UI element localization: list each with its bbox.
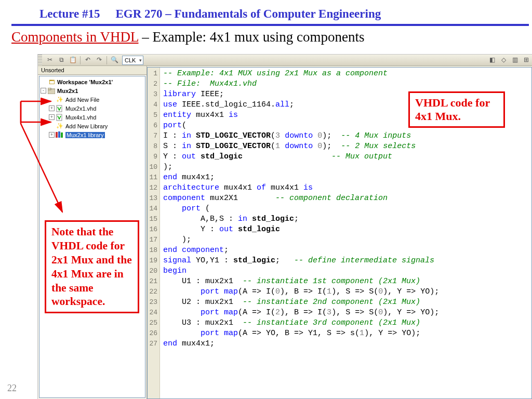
subtitle-topic: Components in VHDL: [11, 29, 139, 45]
svg-rect-5: [58, 131, 60, 138]
svg-rect-1: [48, 88, 51, 90]
svg-rect-6: [61, 132, 63, 138]
tree-label: Mux2x1.vhd: [65, 105, 96, 112]
find-icon[interactable]: 🔍: [110, 56, 119, 65]
toolbar-separator: [107, 56, 107, 64]
copy-icon[interactable]: ⧉: [57, 56, 66, 65]
undo-icon[interactable]: ↶: [83, 56, 92, 65]
wand-icon: ✨: [56, 96, 64, 103]
wand-icon: ✨: [56, 123, 64, 130]
tree-row[interactable]: -Mux2x1: [41, 86, 145, 95]
slide-header: Lecture #15EGR 270 – Fundamentals of Com…: [39, 7, 381, 21]
course-title: EGR 270 – Fundamentals of Computer Engin…: [115, 7, 381, 20]
line-number-gutter: 1 2 3 4 5 6 7 8 9 10 11 12 13 14 15 16 1…: [148, 68, 160, 398]
lecture-number: Lecture #15: [39, 7, 100, 20]
tree-label: Mux2x1 library: [65, 132, 105, 138]
sidebar-tab[interactable]: Unsorted: [38, 66, 147, 75]
tree-row[interactable]: 🗔Workspace 'Mux2x1': [41, 77, 145, 86]
tool-icon-a[interactable]: ◧: [487, 56, 497, 65]
tool-icon-c[interactable]: ▥: [510, 56, 520, 65]
tree-expander[interactable]: -: [41, 88, 46, 94]
tree-expander[interactable]: +: [49, 114, 55, 120]
page-number: 22: [7, 383, 17, 394]
ide-toolbar: ✂ ⧉ 📋 ↶ ↷ 🔍 CLK ◧ ◇ ▥ ⊞: [38, 55, 532, 66]
toolbar-separator: [80, 56, 81, 64]
callout-text: VHDL code for 4x1 Mux.: [415, 96, 490, 123]
tree-row[interactable]: +Mux4x1.vhd: [41, 113, 145, 122]
tool-icon-d[interactable]: ⊞: [522, 56, 531, 65]
tree-row[interactable]: ✨Add New Library: [41, 122, 145, 130]
tree-label: Mux4x1.vhd: [65, 114, 96, 121]
project-icon: [47, 87, 56, 95]
workspace-icon: 🗔: [47, 78, 56, 86]
sidebar-tab-label: Unsorted: [41, 67, 64, 73]
toolbar-grip: [38, 55, 42, 65]
tree-expander[interactable]: +: [49, 105, 55, 111]
vhdl-file-icon: [56, 105, 64, 112]
svg-rect-4: [56, 132, 58, 138]
signal-combo-value: CLK: [125, 57, 136, 63]
tree-label: Add New Library: [65, 123, 108, 129]
tree-label: Workspace 'Mux2x1': [57, 79, 113, 85]
tree-label: Add New File: [65, 97, 99, 103]
tree-row[interactable]: +Mux2x1.vhd: [41, 104, 145, 113]
paste-icon[interactable]: 📋: [68, 56, 77, 65]
tree-label: Mux2x1: [57, 88, 78, 94]
callout-workspace-note: Note that the VHDL code for 2x1 Mux and …: [45, 220, 139, 313]
tree-row[interactable]: ✨Add New File: [41, 95, 145, 104]
slide-subtitle: Components in VHDL – Example: 4x1 mux us…: [11, 29, 364, 45]
tree-row[interactable]: +Mux2x1 library: [41, 130, 145, 139]
callout-text: Note that the VHDL code for 2x1 Mux and …: [51, 225, 132, 308]
vhdl-file-icon: [56, 114, 64, 121]
header-rule: [11, 24, 529, 26]
callout-vhdl-code: VHDL code for 4x1 Mux.: [408, 91, 505, 128]
library-icon: [56, 131, 64, 139]
tree-expander[interactable]: +: [49, 132, 55, 138]
subtitle-rest: – Example: 4x1 mux using components: [139, 29, 365, 45]
tool-icon-b[interactable]: ◇: [499, 56, 508, 65]
signal-combo[interactable]: CLK: [122, 56, 143, 65]
redo-icon[interactable]: ↷: [95, 56, 104, 65]
cut-icon[interactable]: ✂: [45, 56, 55, 65]
